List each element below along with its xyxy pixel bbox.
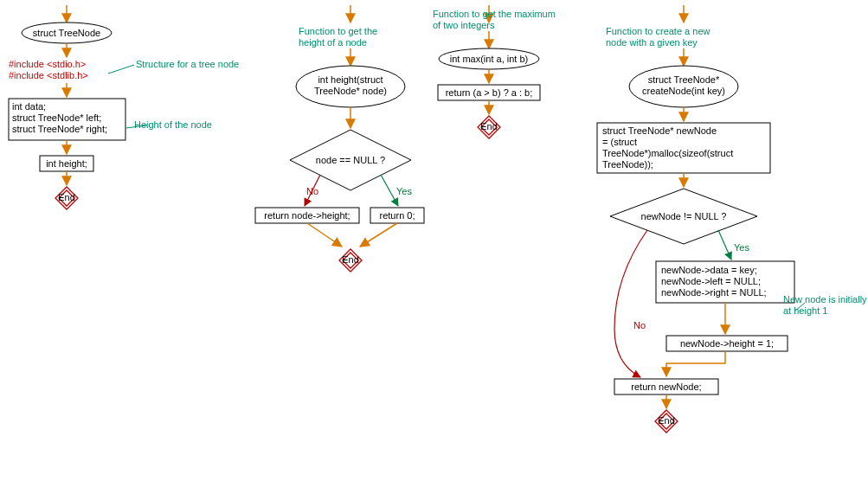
- svg-text:int max(int a, int b): int max(int a, int b): [450, 54, 528, 64]
- svg-line-28: [307, 223, 342, 247]
- flow-createNode: Function to create a new node with a giv…: [597, 5, 867, 433]
- end-icon: End: [55, 187, 78, 209]
- end-icon: End: [478, 116, 500, 138]
- svg-text:Function to get the maximum: Function to get the maximum: [433, 9, 556, 19]
- svg-text:int height;: int height;: [46, 158, 87, 169]
- svg-line-22: [381, 175, 398, 206]
- svg-text:Yes: Yes: [734, 242, 749, 253]
- include-stdio: #include <stdio.h>: [9, 59, 86, 69]
- svg-line-57: [718, 230, 731, 260]
- svg-text:struct TreeNode* right;: struct TreeNode* right;: [12, 124, 107, 134]
- flowchart-diagram: struct TreeNode #include <stdio.h> #incl…: [0, 0, 868, 481]
- svg-text:struct TreeNode*: struct TreeNode*: [648, 74, 720, 85]
- flow-struct: struct TreeNode #include <stdio.h> #incl…: [9, 5, 239, 209]
- svg-text:createNode(int key): createNode(int key): [642, 86, 725, 96]
- flow-height: Function to get the height of a node int…: [255, 5, 424, 272]
- svg-text:End: End: [342, 254, 359, 265]
- svg-text:struct TreeNode* newNode: struct TreeNode* newNode: [602, 125, 717, 136]
- svg-text:return node->height;: return node->height;: [264, 210, 350, 221]
- svg-text:height of a node: height of a node: [299, 37, 367, 48]
- height-comment: Height of the node: [134, 119, 212, 130]
- svg-text:of two integers: of two integers: [433, 20, 495, 30]
- svg-text:TreeNode*)malloc(sizeof(struct: TreeNode*)malloc(sizeof(struct: [602, 148, 733, 158]
- svg-text:Yes: Yes: [396, 186, 412, 196]
- svg-text:End: End: [58, 192, 75, 202]
- svg-text:return newNode;: return newNode;: [631, 382, 701, 392]
- svg-text:at height 1: at height 1: [783, 305, 827, 316]
- struct-title-text: struct TreeNode: [33, 28, 100, 38]
- svg-text:End: End: [658, 415, 675, 426]
- svg-text:No: No: [306, 186, 318, 196]
- svg-text:No: No: [633, 320, 646, 330]
- end-icon: End: [655, 410, 678, 433]
- svg-text:newNode->height = 1;: newNode->height = 1;: [680, 338, 774, 349]
- svg-text:TreeNode* node): TreeNode* node): [314, 86, 387, 96]
- svg-text:struct TreeNode* left;: struct TreeNode* left;: [12, 112, 101, 123]
- svg-line-29: [360, 223, 397, 247]
- svg-text:Function to get the: Function to get the: [299, 26, 377, 36]
- struct-comment: Structure for a tree node: [136, 59, 239, 69]
- include-stdlib: #include <stdlib.h>: [9, 70, 88, 80]
- svg-text:= (struct: = (struct: [602, 137, 637, 147]
- svg-text:newNode->data = key;: newNode->data = key;: [661, 265, 757, 275]
- end-icon: End: [339, 249, 362, 272]
- svg-text:node with a given key: node with a given key: [606, 37, 698, 48]
- svg-text:int height(struct: int height(struct: [318, 74, 383, 85]
- svg-text:newNode != NULL ?: newNode != NULL ?: [641, 211, 727, 221]
- svg-text:New node is initially: New node is initially: [783, 294, 867, 305]
- svg-text:return 0;: return 0;: [380, 210, 415, 221]
- svg-text:newNode->left = NULL;: newNode->left = NULL;: [661, 276, 761, 286]
- svg-text:int data;: int data;: [12, 101, 46, 112]
- svg-text:return (a > b) ? a : b;: return (a > b) ? a : b;: [446, 87, 533, 98]
- svg-text:TreeNode));: TreeNode));: [602, 159, 653, 170]
- svg-text:newNode->right = NULL;: newNode->right = NULL;: [661, 287, 767, 298]
- svg-text:Function to create a new: Function to create a new: [606, 26, 710, 36]
- flow-max: Function to get the maximum of two integ…: [433, 5, 556, 138]
- svg-text:End: End: [480, 121, 498, 131]
- svg-line-2: [108, 65, 134, 74]
- svg-text:node == NULL ?: node == NULL ?: [316, 155, 385, 165]
